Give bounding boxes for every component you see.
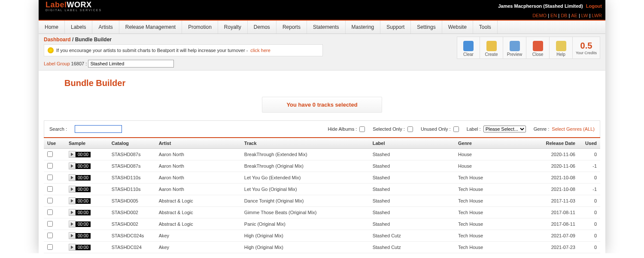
- search-input[interactable]: [75, 125, 122, 133]
- play-icon[interactable]: [69, 151, 76, 158]
- selected-only-checkbox[interactable]: [407, 126, 413, 132]
- col-sample[interactable]: Sample: [65, 138, 108, 149]
- cell-label: Stashed Cutz: [369, 230, 455, 242]
- cell-date: 2021-07-09: [532, 230, 579, 242]
- cell-catalog: STASHDC024s: [108, 230, 155, 242]
- sample-time: 00:00: [76, 233, 91, 239]
- play-icon[interactable]: [69, 163, 76, 169]
- cell-used: 0: [579, 218, 600, 230]
- create-button[interactable]: Create: [480, 37, 503, 59]
- top-link-db[interactable]: DB: [561, 13, 567, 18]
- menu-support[interactable]: Support: [380, 21, 411, 34]
- col-use[interactable]: Use: [44, 138, 65, 149]
- menu-labels[interactable]: Labels: [65, 21, 92, 34]
- label-select[interactable]: Please Select...: [483, 126, 526, 132]
- col-used[interactable]: Used: [579, 138, 600, 149]
- close-button[interactable]: Close: [526, 37, 550, 59]
- cell-used: 0: [579, 172, 600, 184]
- menu-royalty[interactable]: Royalty: [218, 21, 248, 34]
- menu-demos[interactable]: Demos: [248, 21, 276, 34]
- use-checkbox[interactable]: [47, 233, 53, 238]
- play-icon[interactable]: [69, 197, 76, 204]
- play-icon[interactable]: [69, 209, 76, 216]
- top-link-lwr[interactable]: LWR: [592, 13, 602, 18]
- menu-artists[interactable]: Artists: [92, 21, 119, 34]
- col-track[interactable]: Track: [241, 138, 369, 149]
- cell-date: 2017-08-11: [532, 218, 579, 230]
- cell-label: Stashed: [369, 149, 455, 160]
- cell-used: 0: [579, 149, 600, 160]
- cell-label: Stashed Cutz: [369, 242, 455, 253]
- use-checkbox[interactable]: [47, 186, 53, 192]
- label-group-input[interactable]: [88, 60, 174, 68]
- menu-statements[interactable]: Statements: [307, 21, 346, 34]
- top-link-en[interactable]: EN: [550, 13, 557, 18]
- cell-used: 0: [579, 207, 600, 218]
- logo[interactable]: LabelWORX DIGITAL LABEL SERVICES: [42, 0, 102, 12]
- col-label[interactable]: Label: [369, 138, 455, 149]
- top-link-ae[interactable]: AE: [571, 13, 577, 18]
- menu-tools[interactable]: Tools: [473, 21, 498, 34]
- menu-home[interactable]: Home: [39, 21, 65, 34]
- menu-settings[interactable]: Settings: [411, 21, 442, 34]
- clear-button[interactable]: Clear: [457, 37, 480, 59]
- genre-select-link[interactable]: Select Genres (ALL): [552, 126, 595, 132]
- preview-icon: [510, 41, 520, 51]
- breadcrumb-root[interactable]: Dashboard: [44, 37, 71, 43]
- cell-genre: Tech House: [455, 172, 532, 184]
- play-icon[interactable]: [69, 186, 76, 193]
- use-checkbox[interactable]: [47, 163, 53, 169]
- unused-only-checkbox[interactable]: [453, 126, 459, 132]
- tracks-table: UseSampleCatalogArtistTrackLabelGenreRel…: [44, 137, 600, 253]
- tip-cta-link[interactable]: click here: [250, 48, 270, 53]
- cell-genre: Tech House: [455, 184, 532, 195]
- sample-time: 00:00: [76, 221, 91, 227]
- table-row: 00:00STASHD110sAaron NorthLet You Go (Or…: [44, 184, 600, 195]
- page-title: Bundle Builder: [64, 78, 600, 88]
- cell-artist: Abstract & Logic: [155, 207, 241, 218]
- use-checkbox[interactable]: [47, 151, 53, 157]
- use-checkbox[interactable]: [47, 209, 53, 215]
- preview-button[interactable]: Preview: [503, 37, 526, 59]
- menu-mastering[interactable]: Mastering: [346, 21, 381, 34]
- create-icon: [486, 41, 497, 51]
- table-row: 00:00STASHD087sAaron NorthBreakThrough (…: [44, 149, 600, 160]
- use-checkbox[interactable]: [47, 175, 53, 180]
- top-link-lw[interactable]: LW: [581, 13, 588, 18]
- cell-track: Gimme Those Beats (Original Mix): [241, 207, 369, 218]
- clear-icon: [463, 41, 474, 51]
- top-link-demo[interactable]: DEMO: [532, 13, 547, 18]
- logo-subtitle: DIGITAL LABEL SERVICES: [46, 9, 102, 12]
- play-icon[interactable]: [69, 244, 76, 251]
- cell-genre: Tech House: [455, 195, 532, 207]
- cell-catalog: STASHD087s: [108, 149, 155, 160]
- cell-label: Stashed: [369, 172, 455, 184]
- col-genre[interactable]: Genre: [455, 138, 532, 149]
- col-artist[interactable]: Artist: [155, 138, 241, 149]
- sample-time: 00:00: [76, 198, 91, 204]
- menu-reports[interactable]: Reports: [276, 21, 307, 34]
- cell-genre: House: [455, 160, 532, 172]
- cell-used: -1: [579, 160, 600, 172]
- use-checkbox[interactable]: [47, 221, 53, 227]
- cell-track: BreakThrough (Extended Mix): [241, 149, 369, 160]
- user-name: James Macpherson (Stashed Limited): [498, 3, 583, 9]
- help-button[interactable]: Help: [550, 37, 573, 59]
- action-buttons: ClearCreatePreviewCloseHelp0.5Your Credi…: [457, 37, 600, 59]
- logout-link[interactable]: Logout: [586, 3, 602, 9]
- cell-catalog: STASHD110s: [108, 184, 155, 195]
- cell-catalog: STASHD087s: [108, 160, 155, 172]
- use-checkbox[interactable]: [47, 198, 53, 203]
- cell-artist: Aaron North: [155, 184, 241, 195]
- col-catalog[interactable]: Catalog: [108, 138, 155, 149]
- play-icon[interactable]: [69, 221, 76, 227]
- col-release-date[interactable]: Release Date: [532, 138, 579, 149]
- use-checkbox[interactable]: [47, 244, 53, 250]
- menu-release-management[interactable]: Release Management: [119, 21, 182, 34]
- play-icon[interactable]: [69, 174, 76, 181]
- hide-albums-checkbox[interactable]: [359, 126, 365, 132]
- menu-promotion[interactable]: Promotion: [182, 21, 218, 34]
- label-group-label: Label Group: [44, 61, 70, 66]
- play-icon[interactable]: [69, 232, 76, 239]
- menu-website[interactable]: Website: [442, 21, 473, 34]
